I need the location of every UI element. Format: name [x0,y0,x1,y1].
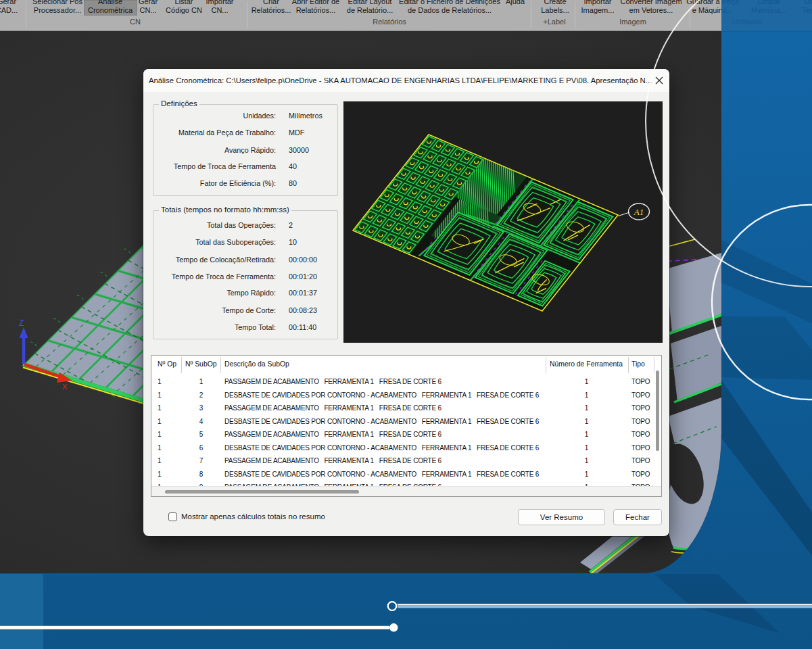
svg-text:A1: A1 [634,207,644,217]
svg-text:X: X [62,383,68,391]
svg-text:Z: Z [19,318,24,328]
